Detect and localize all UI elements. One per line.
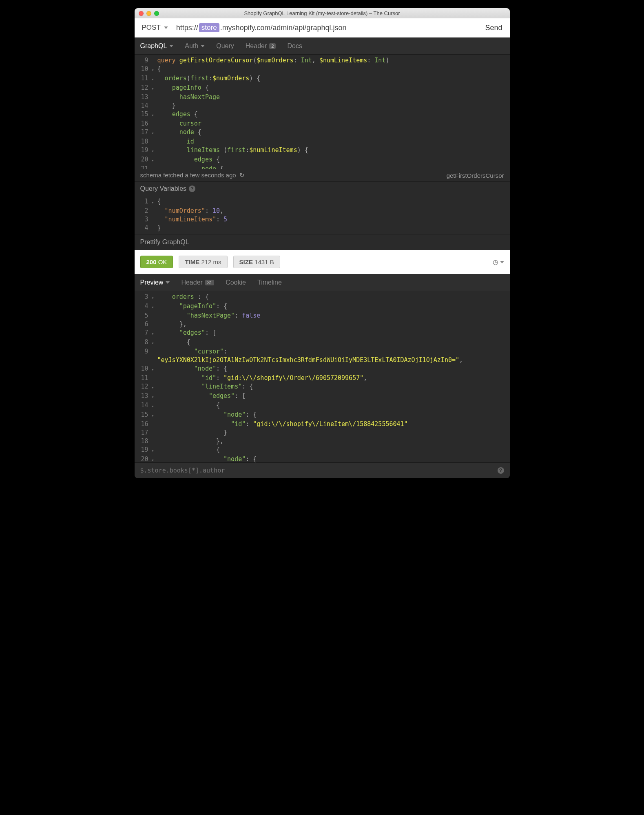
tab-label: Query: [216, 42, 234, 50]
fold-toggle[interactable]: ▾: [152, 411, 157, 420]
code-line: 16 "id": "gid:\/\/shopify\/LineItem\/158…: [135, 420, 510, 428]
fold-toggle: [152, 356, 157, 364]
response-body-viewer[interactable]: 3▾ orders : {4▾ "pageInfo": {5 "hasNextP…: [135, 291, 510, 462]
code-content: orders(first:$numOrders) {: [157, 74, 510, 84]
fold-toggle[interactable]: ▾: [152, 155, 157, 165]
section-label: Query Variables: [140, 185, 187, 192]
line-number: 6: [135, 320, 152, 329]
tab-label: Cookie: [226, 279, 246, 286]
send-button[interactable]: Send: [485, 24, 502, 32]
line-number: 15: [135, 411, 152, 420]
query-variables-header[interactable]: Query Variables ?: [135, 181, 510, 196]
code-content: },: [157, 320, 510, 329]
fold-toggle[interactable]: ▾: [152, 110, 157, 119]
help-icon[interactable]: ?: [498, 467, 504, 474]
fold-toggle: [152, 102, 157, 110]
fold-toggle[interactable]: ▾: [152, 401, 157, 411]
tab-label: Header: [246, 42, 267, 50]
fold-toggle[interactable]: ▾: [152, 455, 157, 462]
code-content: }: [157, 428, 510, 437]
tab-response-header[interactable]: Header 31: [181, 275, 214, 290]
code-line: 21▾ node {: [135, 165, 510, 169]
fold-toggle[interactable]: ▾: [152, 364, 157, 374]
refresh-icon[interactable]: [238, 172, 245, 179]
chevron-down-icon: [201, 45, 205, 47]
tab-query[interactable]: Query: [216, 38, 234, 54]
code-content: node {: [157, 165, 510, 169]
tab-timeline[interactable]: Timeline: [257, 275, 282, 290]
code-content: id: [157, 137, 510, 146]
code-content: {: [157, 65, 510, 74]
status-pill: 200 OK: [140, 256, 173, 268]
url-prefix: https://: [176, 24, 198, 32]
fold-toggle: [152, 119, 157, 128]
status-code: 200: [146, 258, 157, 265]
code-line: 4▾ "pageInfo": {: [135, 302, 510, 311]
fold-toggle[interactable]: ▾: [152, 128, 157, 137]
line-number: 10: [135, 364, 152, 374]
code-content: "eyJsYXN0X2lkIjo2OTA1NzIwOTk2NTcsImxhc3R…: [157, 356, 510, 364]
code-content: "id": "gid:\/\/shopify\/LineItem\/158842…: [157, 420, 510, 428]
window-title: Shopify GraphQL Learning Kit (my-test-st…: [244, 10, 400, 16]
tab-graphql[interactable]: GraphQL: [140, 38, 174, 54]
fold-toggle[interactable]: ▾: [152, 446, 157, 455]
code-content: cursor: [157, 119, 510, 128]
minimize-window-button[interactable]: [146, 11, 151, 16]
fold-toggle: [152, 137, 157, 146]
graphql-editor[interactable]: 9query getFirstOrdersCursor($numOrders: …: [135, 55, 510, 169]
fold-toggle[interactable]: ▾: [152, 165, 157, 169]
fold-toggle[interactable]: ▾: [152, 338, 157, 347]
fold-toggle: [152, 374, 157, 382]
query-variables-editor[interactable]: 1▾{2 "numOrders": 10,3 "numLineItems": 5…: [135, 196, 510, 234]
tab-label: Docs: [287, 42, 302, 50]
history-dropdown[interactable]: [493, 258, 504, 266]
prettify-button[interactable]: Prettify GraphQL: [135, 234, 510, 250]
fold-toggle: [152, 320, 157, 329]
line-number: 12: [135, 84, 152, 93]
tab-auth[interactable]: Auth: [185, 38, 205, 54]
line-number: 20: [135, 155, 152, 165]
code-line: 10▾ "node": {: [135, 364, 510, 374]
code-content: "numLineItems": 5: [157, 215, 510, 224]
fold-toggle[interactable]: ▾: [152, 84, 157, 93]
line-number: 5: [135, 311, 152, 320]
jsonpath-input[interactable]: [140, 467, 498, 474]
tab-header[interactable]: Header 2: [246, 38, 276, 54]
code-content: "lineItems": {: [157, 382, 510, 392]
fold-toggle[interactable]: ▾: [152, 74, 157, 84]
tab-label: Preview: [140, 279, 164, 286]
code-line: 11 "id": "gid:\/\/shopify\/Order\/690572…: [135, 374, 510, 382]
line-number: 13: [135, 93, 152, 102]
status-text: OK: [158, 258, 167, 265]
fold-toggle[interactable]: ▾: [152, 392, 157, 401]
url-input[interactable]: https:// store .myshopify.com/admin/api/…: [176, 23, 480, 32]
method-dropdown[interactable]: POST: [142, 24, 168, 32]
header-count-badge: 31: [205, 280, 214, 285]
fold-toggle[interactable]: ▾: [152, 65, 157, 74]
fold-toggle: [152, 311, 157, 320]
line-number: 15: [135, 110, 152, 119]
zoom-window-button[interactable]: [154, 11, 159, 16]
fold-toggle[interactable]: ▾: [152, 197, 157, 207]
help-icon[interactable]: ?: [189, 186, 195, 192]
tab-docs[interactable]: Docs: [287, 38, 302, 54]
response-info-bar: 200 OK TIME 212 ms SIZE 1431 B: [135, 250, 510, 274]
line-number: 1: [135, 197, 152, 207]
line-number: [135, 356, 152, 364]
fold-toggle: [152, 207, 157, 215]
tab-label: Auth: [185, 42, 198, 50]
fold-toggle[interactable]: ▾: [152, 293, 157, 302]
fold-toggle[interactable]: ▾: [152, 329, 157, 338]
code-content: pageInfo {: [157, 84, 510, 93]
tab-cookie[interactable]: Cookie: [226, 275, 246, 290]
tab-preview[interactable]: Preview: [140, 275, 170, 290]
fold-toggle[interactable]: ▾: [152, 146, 157, 155]
code-line: 12▾ pageInfo {: [135, 84, 510, 93]
fold-toggle[interactable]: ▾: [152, 382, 157, 392]
close-window-button[interactable]: [139, 11, 144, 16]
line-number: 21: [135, 165, 152, 169]
titlebar: Shopify GraphQL Learning Kit (my-test-st…: [135, 8, 510, 18]
code-content: query getFirstOrdersCursor($numOrders: I…: [157, 56, 510, 65]
fold-toggle[interactable]: ▾: [152, 302, 157, 311]
line-number: 3: [135, 215, 152, 224]
